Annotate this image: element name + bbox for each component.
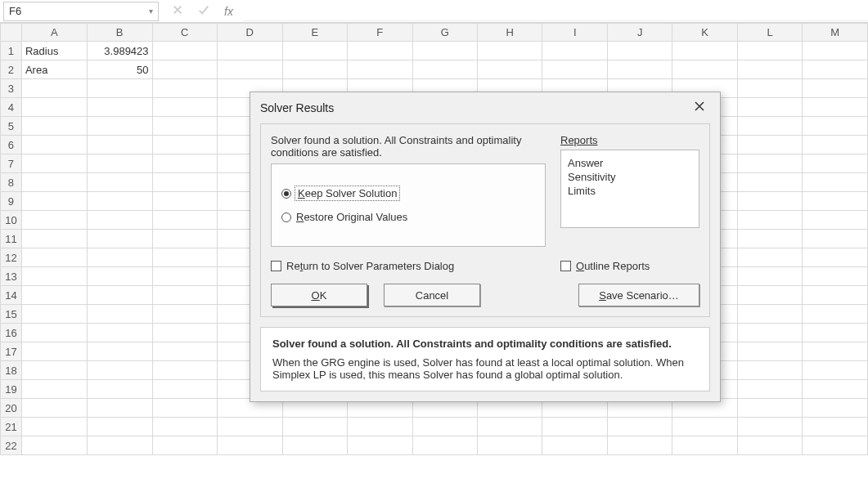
cell-C3[interactable] <box>152 79 217 98</box>
cell-M12[interactable] <box>803 248 868 267</box>
cell-L16[interactable] <box>737 324 802 342</box>
cell-L5[interactable] <box>737 117 802 136</box>
column-header-D[interactable]: D <box>218 24 282 42</box>
column-header-A[interactable]: A <box>21 24 87 42</box>
row-header-16[interactable]: 16 <box>1 324 22 342</box>
cell-B8[interactable] <box>87 173 152 192</box>
row-header-1[interactable]: 1 <box>1 42 22 60</box>
cell-A5[interactable] <box>21 117 87 136</box>
row-header-20[interactable]: 20 <box>1 399 22 418</box>
name-box[interactable]: F6 ▾ <box>3 2 159 21</box>
cell-B9[interactable] <box>87 192 152 211</box>
cell-M18[interactable] <box>803 361 868 380</box>
cell-B5[interactable] <box>87 117 152 136</box>
cell-H22[interactable] <box>478 436 542 455</box>
cell-L1[interactable] <box>737 42 802 60</box>
cell-M10[interactable] <box>803 211 868 230</box>
row-header-15[interactable]: 15 <box>1 305 22 324</box>
cell-M4[interactable] <box>803 98 868 117</box>
cell-L19[interactable] <box>737 380 802 399</box>
cell-B7[interactable] <box>87 154 152 173</box>
cell-C1[interactable] <box>152 42 217 60</box>
cell-A7[interactable] <box>21 154 87 173</box>
cell-E22[interactable] <box>282 436 347 455</box>
row-header-18[interactable]: 18 <box>1 361 22 380</box>
cell-H2[interactable] <box>478 60 542 79</box>
cell-L10[interactable] <box>737 211 802 230</box>
row-header-3[interactable]: 3 <box>1 79 22 98</box>
cell-C7[interactable] <box>152 154 217 173</box>
cell-L18[interactable] <box>737 361 802 380</box>
row-header-17[interactable]: 17 <box>1 342 22 361</box>
cell-A2[interactable]: Area <box>21 60 87 79</box>
cell-L4[interactable] <box>737 98 802 117</box>
cell-L11[interactable] <box>737 230 802 248</box>
cell-C18[interactable] <box>152 361 217 380</box>
cell-K2[interactable] <box>672 60 737 79</box>
checkbox-icon[interactable] <box>271 261 281 271</box>
cell-M13[interactable] <box>803 267 868 286</box>
cell-A17[interactable] <box>21 342 87 361</box>
cell-F1[interactable] <box>348 42 412 60</box>
column-header-M[interactable]: M <box>803 24 868 42</box>
cell-K1[interactable] <box>672 42 737 60</box>
cell-C12[interactable] <box>152 248 217 267</box>
radio-keep-solution[interactable]: Keep Solver Solution <box>281 187 535 199</box>
cell-B2[interactable]: 50 <box>87 60 152 79</box>
cell-M8[interactable] <box>803 173 868 192</box>
cell-D1[interactable] <box>218 42 282 60</box>
cell-B14[interactable] <box>87 286 152 305</box>
row-header-2[interactable]: 2 <box>1 60 22 79</box>
cell-E21[interactable] <box>282 418 347 436</box>
save-scenario-button[interactable]: Save Scenario… <box>578 284 699 306</box>
close-icon[interactable] <box>689 99 710 117</box>
cell-M21[interactable] <box>803 418 868 436</box>
row-header-19[interactable]: 19 <box>1 380 22 399</box>
cell-F22[interactable] <box>348 436 412 455</box>
row-header-11[interactable]: 11 <box>1 230 22 248</box>
cell-L17[interactable] <box>737 342 802 361</box>
cell-M22[interactable] <box>803 436 868 455</box>
cell-H1[interactable] <box>478 42 542 60</box>
row-header-5[interactable]: 5 <box>1 117 22 136</box>
row-header-22[interactable]: 22 <box>1 436 22 455</box>
cell-J22[interactable] <box>607 436 672 455</box>
cell-A1[interactable]: Radius <box>21 42 87 60</box>
cell-L6[interactable] <box>737 136 802 154</box>
cell-C10[interactable] <box>152 211 217 230</box>
cell-B16[interactable] <box>87 324 152 342</box>
column-header-I[interactable]: I <box>542 24 607 42</box>
row-header-10[interactable]: 10 <box>1 211 22 230</box>
column-header-J[interactable]: J <box>607 24 672 42</box>
cell-L3[interactable] <box>737 79 802 98</box>
checkbox-icon[interactable] <box>560 261 571 271</box>
cell-A10[interactable] <box>21 211 87 230</box>
column-header-K[interactable]: K <box>672 24 737 42</box>
cell-I2[interactable] <box>542 60 607 79</box>
cell-L8[interactable] <box>737 173 802 192</box>
cell-C8[interactable] <box>152 173 217 192</box>
cell-D2[interactable] <box>218 60 282 79</box>
cell-A16[interactable] <box>21 324 87 342</box>
cell-A6[interactable] <box>21 136 87 154</box>
cell-C19[interactable] <box>152 380 217 399</box>
cell-A13[interactable] <box>21 267 87 286</box>
cell-L14[interactable] <box>737 286 802 305</box>
cell-I21[interactable] <box>542 418 607 436</box>
cell-A22[interactable] <box>21 436 87 455</box>
cell-J21[interactable] <box>607 418 672 436</box>
row-header-7[interactable]: 7 <box>1 154 22 173</box>
cell-I1[interactable] <box>542 42 607 60</box>
cell-A15[interactable] <box>21 305 87 324</box>
cell-M20[interactable] <box>803 399 868 418</box>
cell-D21[interactable] <box>218 418 282 436</box>
cell-A9[interactable] <box>21 192 87 211</box>
ok-button[interactable]: OK <box>271 284 367 306</box>
cell-M9[interactable] <box>803 192 868 211</box>
cell-E1[interactable] <box>282 42 347 60</box>
cell-B21[interactable] <box>87 418 152 436</box>
cell-C17[interactable] <box>152 342 217 361</box>
cell-B11[interactable] <box>87 230 152 248</box>
cell-M16[interactable] <box>803 324 868 342</box>
cell-M17[interactable] <box>803 342 868 361</box>
